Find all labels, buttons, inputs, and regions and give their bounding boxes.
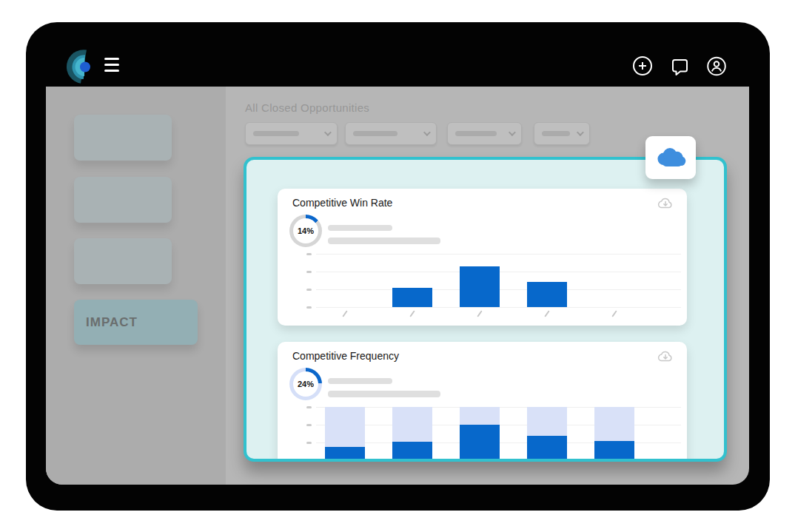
placeholder-line [328, 391, 440, 397]
filter-dropdown-2[interactable] [345, 122, 437, 145]
donut-win-rate: 14% [289, 215, 322, 247]
dropdown-placeholder [455, 131, 497, 136]
stacked-bar [325, 407, 365, 460]
sidebar-item-placeholder[interactable] [74, 115, 172, 161]
dropdown-placeholder [353, 131, 398, 136]
card-competitive-win-rate: Competitive Win Rate 14% [278, 189, 687, 326]
donut-value: 24% [289, 368, 322, 400]
bar-segment-highlighted [527, 436, 567, 460]
stacked-bar [527, 407, 567, 460]
stacked-bar [460, 407, 500, 460]
gridline [316, 307, 681, 308]
filter-dropdown-1[interactable] [245, 122, 338, 145]
y-axis-tick [306, 253, 312, 255]
card-title: Competitive Frequency [292, 350, 399, 362]
bar-segment-remainder [594, 407, 634, 441]
chevron-down-icon [324, 129, 332, 136]
profile-icon[interactable] [706, 55, 727, 77]
y-axis-tick [306, 442, 312, 444]
sidebar-item-placeholder[interactable] [74, 177, 172, 223]
x-axis-tick-placeholder [409, 310, 415, 317]
app-window: IMPACT All Closed Opportunities [26, 22, 770, 511]
donut-frequency: 24% [289, 368, 322, 400]
bar-segment-remainder [460, 407, 500, 425]
chevron-down-icon [423, 129, 431, 136]
bar-segment-remainder [527, 407, 567, 436]
bar-segment-remainder [325, 407, 365, 447]
placeholder-line [328, 225, 392, 231]
gridline [316, 460, 681, 461]
gridline [316, 254, 681, 255]
bar [392, 288, 432, 307]
y-axis-tick [306, 306, 312, 309]
x-axis-tick-placeholder [477, 310, 482, 317]
impact-label: IMPACT [86, 315, 138, 330]
y-axis-tick [306, 459, 312, 462]
y-axis-tick [306, 424, 312, 426]
bar-segment-highlighted [392, 442, 432, 460]
menu-icon[interactable] [104, 58, 122, 75]
cloud-download-icon [657, 349, 674, 364]
highlight-panel: Competitive Win Rate 14% [244, 157, 727, 462]
bar-chart-frequency [316, 407, 681, 460]
chevron-down-icon [577, 129, 584, 136]
brand-logo-icon [64, 47, 99, 86]
y-axis-tick [306, 289, 312, 291]
y-axis-tick [306, 271, 312, 273]
stacked-bar [594, 407, 634, 460]
bar-segment-highlighted [594, 441, 634, 460]
page: IMPACT All Closed Opportunities [0, 0, 795, 532]
content-area: IMPACT All Closed Opportunities [46, 87, 749, 485]
stacked-bar [392, 407, 432, 460]
chat-icon[interactable] [669, 55, 690, 77]
bar-segment-remainder [392, 407, 432, 442]
download-button[interactable] [657, 349, 674, 366]
x-axis-tick-placeholder [342, 310, 347, 317]
card-competitive-frequency: Competitive Frequency 24% [278, 342, 687, 462]
chevron-down-icon [509, 129, 516, 136]
placeholder-line [328, 238, 440, 244]
sidebar: IMPACT [46, 87, 226, 485]
dropdown-placeholder [253, 131, 299, 136]
bar [527, 282, 567, 307]
donut-value: 14% [289, 215, 322, 247]
download-button[interactable] [657, 196, 674, 212]
x-axis-tick-placeholder [611, 310, 617, 317]
placeholder-line [328, 378, 392, 384]
sidebar-item-placeholder[interactable] [74, 238, 172, 284]
x-axis-tick-placeholder [544, 310, 549, 317]
dropdown-placeholder [542, 131, 570, 136]
add-icon[interactable] [632, 55, 653, 77]
topbar-actions [632, 55, 727, 77]
card-title: Competitive Win Rate [292, 197, 392, 209]
salesforce-cloud-icon [653, 145, 688, 170]
salesforce-badge [645, 136, 696, 179]
filter-dropdown-3[interactable] [447, 122, 522, 145]
cloud-download-icon [657, 196, 674, 211]
brand-logo [64, 47, 99, 86]
bar-chart-win-rate [316, 254, 681, 307]
bar [460, 266, 500, 307]
bar-segment-highlighted [325, 447, 365, 460]
bar-segment-highlighted [460, 425, 500, 460]
page-title: All Closed Opportunities [245, 101, 369, 114]
sidebar-item-impact[interactable]: IMPACT [74, 300, 198, 345]
filter-dropdown-4[interactable] [534, 122, 590, 145]
y-axis-tick [306, 406, 312, 408]
